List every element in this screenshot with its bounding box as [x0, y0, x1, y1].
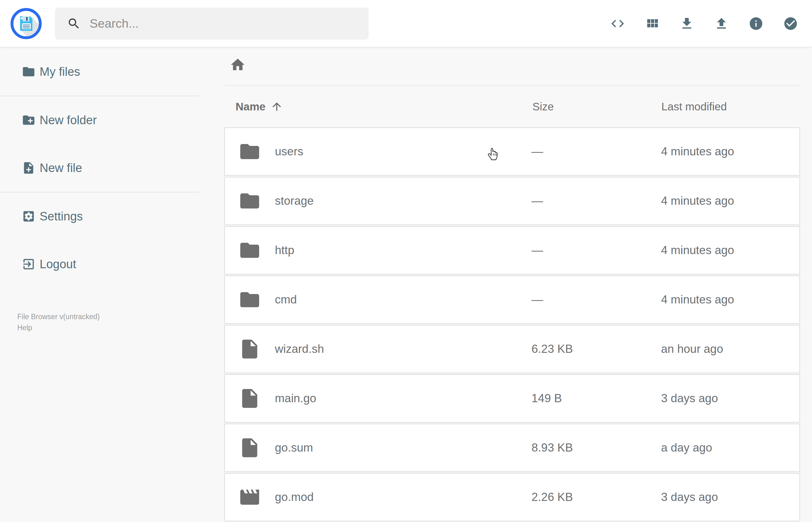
sidebar-item-logout[interactable]: Logout — [0, 240, 199, 288]
column-header-name[interactable]: Name — [236, 100, 283, 113]
shell-button[interactable] — [610, 16, 625, 31]
file-icon — [238, 338, 261, 360]
table-row[interactable]: go.mod 2.26 KB 3 days ago — [224, 473, 800, 521]
top-header — [0, 0, 812, 47]
listing-header: Name Size Last modified — [224, 86, 800, 127]
sidebar: My files New folder New file Settings Lo… — [0, 47, 199, 522]
column-name-label: Name — [236, 100, 265, 113]
breadcrumb-home-button[interactable] — [229, 57, 246, 73]
app-version-text: File Browser v(untracked) — [17, 311, 100, 322]
header-actions — [610, 0, 812, 47]
sidebar-item-new-folder[interactable]: New folder — [0, 96, 199, 144]
new-folder-icon — [22, 113, 36, 127]
file-modified: 4 minutes ago — [661, 244, 734, 257]
file-size: 149 B — [531, 392, 562, 405]
sidebar-item-new-file[interactable]: New file — [0, 144, 199, 192]
info-icon — [749, 16, 764, 31]
main-content: Name Size Last modified users — 4 minute… — [199, 47, 812, 522]
arrow-up-icon — [270, 100, 283, 113]
file-name: go.sum — [275, 441, 313, 455]
file-modified: 4 minutes ago — [661, 293, 734, 306]
file-name: cmd — [275, 293, 297, 306]
filebrowser-logo-icon — [11, 8, 42, 39]
file-modified: 4 minutes ago — [661, 145, 734, 158]
table-row[interactable]: main.go 149 B 3 days ago — [224, 374, 800, 423]
file-name: wizard.sh — [275, 342, 324, 356]
switch-view-button[interactable] — [645, 16, 660, 31]
table-row[interactable]: users — 4 minutes ago — [224, 127, 800, 176]
sidebar-item-settings[interactable]: Settings — [0, 193, 199, 240]
file-size: — — [531, 244, 543, 257]
info-button[interactable] — [749, 16, 764, 31]
folder-icon — [238, 239, 261, 262]
search-bar — [55, 7, 369, 40]
code-icon — [610, 16, 625, 31]
column-header-size[interactable]: Size — [532, 100, 554, 113]
folder-icon — [238, 189, 261, 212]
column-header-modified[interactable]: Last modified — [662, 100, 727, 113]
file-modified: 3 days ago — [661, 490, 718, 504]
download-icon — [679, 16, 694, 31]
sidebar-item-label: New file — [40, 161, 82, 175]
file-name: users — [275, 145, 303, 158]
sidebar-item-label: Logout — [40, 258, 76, 271]
sidebar-item-my-files[interactable]: My files — [0, 48, 199, 96]
file-size: 8.93 KB — [531, 441, 573, 455]
check-circle-icon — [783, 16, 798, 31]
file-size: 2.26 KB — [531, 490, 573, 504]
file-name: go.mod — [275, 490, 313, 504]
sidebar-footer: File Browser v(untracked) Help — [17, 311, 100, 333]
table-row[interactable]: http — 4 minutes ago — [224, 226, 800, 275]
table-row[interactable]: go.sum 8.93 KB a day ago — [224, 424, 800, 472]
upload-icon — [714, 16, 729, 31]
file-name: main.go — [275, 392, 317, 405]
select-multiple-button[interactable] — [783, 16, 798, 31]
sidebar-item-label: My files — [40, 65, 80, 79]
sidebar-item-label: Settings — [40, 210, 83, 223]
file-name: storage — [275, 194, 313, 207]
file-size: — — [531, 194, 543, 207]
sidebar-item-label: New folder — [40, 114, 97, 127]
upload-button[interactable] — [714, 16, 729, 31]
new-file-icon — [22, 161, 36, 175]
table-row[interactable]: storage — 4 minutes ago — [224, 177, 800, 225]
file-modified: 4 minutes ago — [661, 194, 734, 207]
help-link[interactable]: Help — [17, 322, 100, 333]
search-input[interactable] — [89, 17, 354, 31]
logout-icon — [22, 257, 36, 271]
file-modified: an hour ago — [661, 342, 723, 356]
table-row[interactable]: wizard.sh 6.23 KB an hour ago — [224, 325, 800, 373]
file-size: — — [531, 145, 543, 158]
download-button[interactable] — [679, 16, 694, 31]
file-icon — [238, 387, 261, 410]
folder-icon — [238, 140, 261, 163]
folder-icon — [238, 288, 261, 311]
folder-icon — [22, 65, 36, 79]
search-icon — [67, 17, 81, 31]
file-modified: a day ago — [661, 441, 712, 455]
file-size: 6.23 KB — [531, 342, 573, 356]
settings-icon — [22, 209, 36, 223]
file-name: http — [275, 244, 295, 257]
movie-icon — [238, 486, 261, 508]
file-listing: users — 4 minutes ago storage — 4 minute… — [224, 127, 800, 522]
file-size: — — [531, 293, 543, 306]
table-row[interactable]: cmd — 4 minutes ago — [224, 276, 800, 324]
file-icon — [238, 437, 261, 459]
file-modified: 3 days ago — [661, 392, 718, 405]
home-icon — [229, 57, 246, 73]
grid-view-icon — [645, 16, 660, 31]
